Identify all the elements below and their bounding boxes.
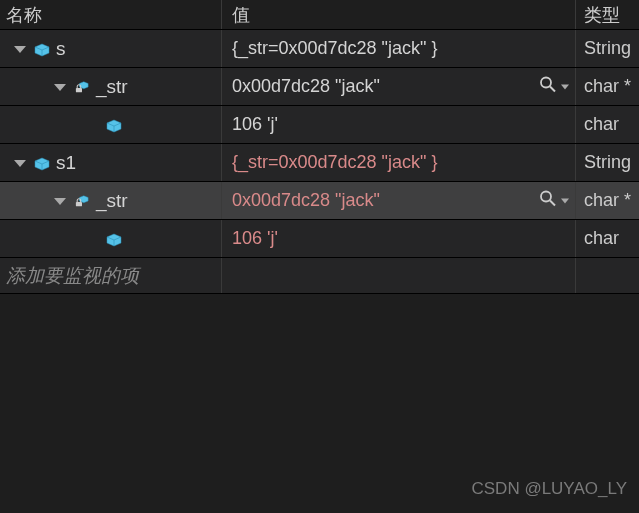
visualizer-button[interactable] xyxy=(539,75,569,98)
header-row: 名称 值 类型 xyxy=(0,0,639,30)
table-row[interactable]: s{_str=0x00d7dc28 "jack" }String xyxy=(0,30,639,68)
value-cell[interactable]: 0x00d7dc28 "jack" xyxy=(222,182,576,219)
type-cell: String xyxy=(576,30,639,67)
value-cell[interactable]: {_str=0x00d7dc28 "jack" } xyxy=(222,30,576,67)
name-cell[interactable]: _str xyxy=(0,182,222,219)
cube-icon xyxy=(34,156,50,170)
svg-rect-3 xyxy=(76,87,82,91)
value-cell[interactable]: 0x00d7dc28 "jack" xyxy=(222,68,576,105)
expander-icon[interactable] xyxy=(14,160,26,167)
cube-icon xyxy=(106,118,122,132)
expander-icon[interactable] xyxy=(54,84,66,91)
name-cell[interactable]: s1 xyxy=(0,144,222,181)
variable-value: 106 'j' xyxy=(232,114,278,135)
variable-value: 0x00d7dc28 "jack" xyxy=(232,76,380,97)
table-row[interactable]: _str0x00d7dc28 "jack"char * xyxy=(0,68,639,106)
type-cell: char xyxy=(576,220,639,257)
type-cell: char * xyxy=(576,182,639,219)
name-cell[interactable]: _str xyxy=(0,68,222,105)
variable-name: _str xyxy=(96,76,128,98)
svg-point-4 xyxy=(541,77,551,87)
table-row[interactable]: 106 'j'char xyxy=(0,106,639,144)
add-watch-row: 添加要监视的项 xyxy=(0,258,639,294)
name-cell[interactable] xyxy=(0,220,222,257)
visualizer-button[interactable] xyxy=(539,189,569,212)
magnify-icon xyxy=(539,75,557,98)
svg-rect-11 xyxy=(76,201,82,205)
svg-line-13 xyxy=(550,200,555,205)
expander-icon[interactable] xyxy=(54,198,66,205)
type-cell: char xyxy=(576,106,639,143)
table-row[interactable]: _str0x00d7dc28 "jack"char * xyxy=(0,182,639,220)
magnify-icon xyxy=(539,189,557,212)
name-cell[interactable]: s xyxy=(0,30,222,67)
variable-name: _str xyxy=(96,190,128,212)
value-cell[interactable]: 106 'j' xyxy=(222,220,576,257)
cube-icon xyxy=(106,232,122,246)
chevron-down-icon[interactable] xyxy=(561,84,569,89)
cube-icon xyxy=(34,42,50,56)
type-cell: char * xyxy=(576,68,639,105)
variable-value: 106 'j' xyxy=(232,228,278,249)
name-cell[interactable] xyxy=(0,106,222,143)
svg-point-12 xyxy=(541,191,551,201)
expander-icon[interactable] xyxy=(14,46,26,53)
watch-table: 名称 值 类型 s{_str=0x00d7dc28 "jack" }String… xyxy=(0,0,639,294)
variable-value: {_str=0x00d7dc28 "jack" } xyxy=(232,152,437,173)
type-cell: String xyxy=(576,144,639,181)
variable-value: {_str=0x00d7dc28 "jack" } xyxy=(232,38,437,59)
watermark: CSDN @LUYAO_LY xyxy=(471,479,627,499)
header-value[interactable]: 值 xyxy=(222,0,576,29)
add-watch-input[interactable]: 添加要监视的项 xyxy=(0,258,222,293)
lock-cube-icon xyxy=(74,193,90,209)
value-cell[interactable]: {_str=0x00d7dc28 "jack" } xyxy=(222,144,576,181)
variable-name: s1 xyxy=(56,152,76,174)
chevron-down-icon[interactable] xyxy=(561,198,569,203)
variable-name: s xyxy=(56,38,66,60)
header-name[interactable]: 名称 xyxy=(0,0,222,29)
value-cell[interactable]: 106 'j' xyxy=(222,106,576,143)
add-watch-value-cell xyxy=(222,258,576,293)
variable-value: 0x00d7dc28 "jack" xyxy=(232,190,380,211)
table-row[interactable]: 106 'j'char xyxy=(0,220,639,258)
svg-line-5 xyxy=(550,86,555,91)
lock-cube-icon xyxy=(74,79,90,95)
header-type[interactable]: 类型 xyxy=(576,0,639,29)
table-row[interactable]: s1{_str=0x00d7dc28 "jack" }String xyxy=(0,144,639,182)
